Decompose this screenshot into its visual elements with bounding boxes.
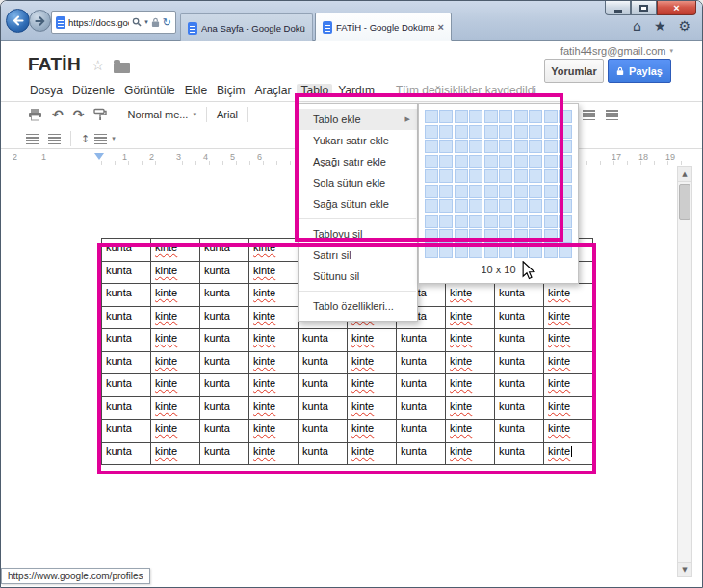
table-cell[interactable]: kinte xyxy=(249,239,299,262)
grid-cell[interactable] xyxy=(544,125,558,139)
menu-item-2[interactable]: Aşağı satır ekle xyxy=(299,151,417,172)
grid-cell[interactable] xyxy=(499,185,512,198)
grid-cell[interactable] xyxy=(499,169,512,183)
table-cell[interactable]: kunta xyxy=(102,420,151,443)
table-cell[interactable]: kinte xyxy=(151,396,200,420)
redo-icon[interactable]: ↷ xyxy=(73,107,85,122)
table-cell[interactable]: kinte xyxy=(151,329,200,352)
grid-cell[interactable] xyxy=(544,199,558,213)
grid-cell[interactable] xyxy=(439,169,453,183)
grid-cell[interactable] xyxy=(499,125,512,139)
table-cell[interactable]: kinte xyxy=(544,420,593,443)
paint-format-icon[interactable] xyxy=(93,108,107,121)
styles-dropdown[interactable]: Normal me... ▾ xyxy=(127,109,195,120)
grid-cell[interactable] xyxy=(455,110,468,123)
grid-cell[interactable] xyxy=(559,229,572,243)
grid-cell[interactable] xyxy=(499,244,512,258)
menu-item-10[interactable]: Tablo özellikleri... xyxy=(299,295,417,317)
table-cell[interactable]: kunta xyxy=(397,442,446,465)
table-cell[interactable]: kunta xyxy=(200,396,249,420)
grid-cell[interactable] xyxy=(529,199,542,213)
grid-cell[interactable] xyxy=(544,244,558,258)
grid-cell[interactable] xyxy=(469,169,482,183)
table-cell[interactable]: kunta xyxy=(495,396,544,420)
table-cell[interactable]: kinte xyxy=(249,351,299,374)
increase-indent-icon[interactable] xyxy=(48,134,61,144)
table-cell[interactable]: kinte xyxy=(446,284,495,307)
grid-cell[interactable] xyxy=(529,244,542,258)
share-button[interactable]: Paylaş xyxy=(608,59,671,83)
table-cell[interactable]: kinte xyxy=(446,442,495,465)
grid-cell[interactable] xyxy=(544,185,558,198)
justify-icon[interactable] xyxy=(583,110,595,120)
grid-cell[interactable] xyxy=(469,229,482,243)
grid-cell[interactable] xyxy=(439,155,453,168)
table-cell[interactable]: kinte xyxy=(348,374,397,397)
grid-cell[interactable] xyxy=(484,215,498,228)
grid-cell[interactable] xyxy=(559,140,572,153)
grid-cell[interactable] xyxy=(455,185,468,198)
table-cell[interactable]: kunta xyxy=(200,261,249,284)
table-cell[interactable]: kunta xyxy=(200,329,249,352)
grid-cell[interactable] xyxy=(425,244,438,258)
table-cell[interactable]: kinte xyxy=(249,306,299,329)
menu-item-6[interactable]: Tabloyu sil xyxy=(299,223,417,244)
grid-cell[interactable] xyxy=(559,110,572,123)
table-cell[interactable]: kinte xyxy=(249,261,299,284)
address-dropdown-icon[interactable]: ▾ xyxy=(144,19,148,26)
table-cell[interactable]: kinte xyxy=(151,442,200,465)
grid-cell[interactable] xyxy=(529,215,542,228)
table-cell[interactable]: kunta xyxy=(102,374,151,397)
grid-cell[interactable] xyxy=(514,185,528,198)
table-cell[interactable]: kunta xyxy=(102,261,151,284)
home-icon[interactable]: ⌂ xyxy=(633,18,641,34)
table-cell[interactable]: kinte xyxy=(249,374,299,397)
menu-item-4[interactable]: Sağa sütun ekle xyxy=(299,193,417,215)
menu-tablo[interactable]: Tablo xyxy=(297,84,332,97)
grid-cell[interactable] xyxy=(559,199,572,213)
grid-cell[interactable] xyxy=(439,140,453,153)
grid-cell[interactable] xyxy=(499,229,512,243)
scroll-up-arrow-icon[interactable]: ▲ xyxy=(678,167,691,182)
grid-cell[interactable] xyxy=(529,110,542,123)
grid-cell[interactable] xyxy=(455,244,468,258)
table-cell[interactable]: kinte xyxy=(151,284,200,307)
table-cell[interactable]: kinte xyxy=(544,442,593,465)
table-cell[interactable]: kunta xyxy=(495,284,544,307)
grid-cell[interactable] xyxy=(514,140,528,153)
grid-cell[interactable] xyxy=(425,215,438,228)
grid-cell[interactable] xyxy=(559,155,572,168)
grid-cell[interactable] xyxy=(514,110,528,123)
grid-cell[interactable] xyxy=(529,155,542,168)
settings-gear-icon[interactable]: ⚙ xyxy=(678,18,690,34)
close-tab-icon[interactable]: × xyxy=(438,21,444,33)
table-cell[interactable]: kunta xyxy=(200,374,249,397)
search-icon[interactable] xyxy=(132,17,142,27)
grid-cell[interactable] xyxy=(544,155,558,168)
grid-cell[interactable] xyxy=(499,215,512,228)
menu-item-1[interactable]: Yukarı satır ekle xyxy=(299,130,417,151)
table-cell[interactable]: kunta xyxy=(299,351,348,374)
menu-item-7[interactable]: Satırı sil xyxy=(299,244,417,266)
table-cell[interactable]: kunta xyxy=(102,442,151,465)
table-cell[interactable]: kunta xyxy=(200,239,249,262)
table-cell[interactable]: kunta xyxy=(397,396,446,420)
menu-item-8[interactable]: Sütunu sil xyxy=(299,266,417,287)
menu-araçlar[interactable]: Araçlar xyxy=(250,84,295,97)
grid-cell[interactable] xyxy=(425,110,438,123)
forward-button[interactable] xyxy=(29,10,51,32)
table-cell[interactable]: kinte xyxy=(544,284,593,307)
menu-ekle[interactable]: Ekle xyxy=(181,84,211,97)
favorites-star-icon[interactable]: ★ xyxy=(654,18,666,34)
table-cell[interactable]: kunta xyxy=(102,396,151,420)
table-cell[interactable]: kunta xyxy=(299,374,348,397)
grid-cell[interactable] xyxy=(484,125,498,139)
grid-cell[interactable] xyxy=(439,185,453,198)
grid-cell[interactable] xyxy=(455,229,468,243)
grid-cell[interactable] xyxy=(514,199,528,213)
grid-cell[interactable] xyxy=(439,244,453,258)
grid-cell[interactable] xyxy=(425,169,438,183)
table-cell[interactable]: kunta xyxy=(495,306,544,329)
table-cell[interactable]: kinte xyxy=(544,351,593,374)
table-cell[interactable]: kunta xyxy=(200,306,249,329)
